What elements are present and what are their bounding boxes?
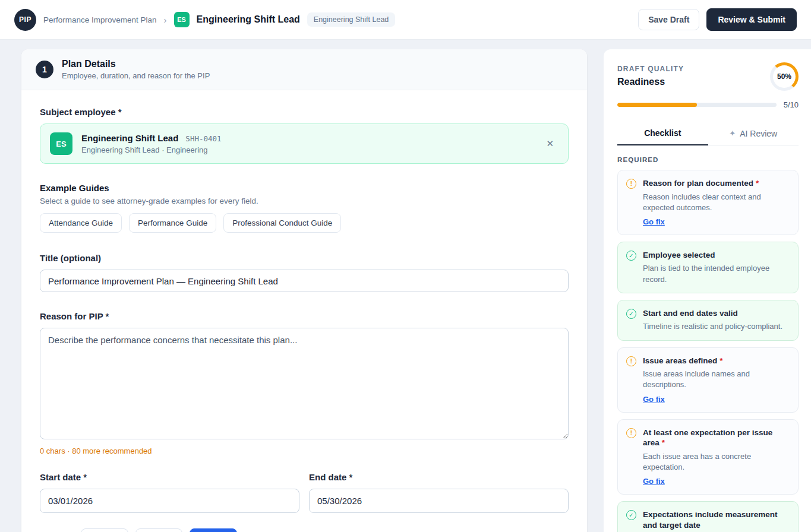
checklist-item-expectations-complete: ✓ Expectations include measurement and t… <box>617 501 799 532</box>
top-bar: PIP Performance Improvement Plan › ES En… <box>0 0 811 40</box>
check-icon: ✓ <box>626 309 636 319</box>
checklist-item-reason-documented: ! Reason for plan documented* Reason inc… <box>617 170 799 235</box>
go-fix-link[interactable]: Go fix <box>643 477 665 486</box>
employee-avatar: ES <box>50 132 72 155</box>
preset-90-days-button[interactable]: 90 days <box>190 528 237 532</box>
checklist-item-title: At least one expectation per issue area* <box>643 428 790 448</box>
readiness-score: 5/10 <box>784 100 799 109</box>
checklist-item-title: Employee selected <box>643 250 790 261</box>
checklist-item-description: Timeline is realistic and policy-complia… <box>643 321 790 332</box>
tab-ai-review[interactable]: ✦ AI Review <box>708 122 799 145</box>
checklist-item-description: Issue areas include names and descriptio… <box>643 369 790 390</box>
sidebar-tabs: Checklist ✦ AI Review <box>617 122 799 145</box>
save-draft-button[interactable]: Save Draft <box>638 9 699 30</box>
checklist-item-expectation-per-issue: ! At least one expectation per issue are… <box>617 419 799 495</box>
breadcrumb[interactable]: Performance Improvement Plan <box>43 15 157 24</box>
go-fix-link[interactable]: Go fix <box>643 217 665 226</box>
guide-button-attendance[interactable]: Attendance Guide <box>40 213 122 233</box>
check-icon: ✓ <box>626 251 636 261</box>
sparkle-icon: ✦ <box>729 129 736 138</box>
char-count-hint: 0 chars · 80 more recommended <box>40 446 569 455</box>
section-subtitle: Employee, duration, and reason for the P… <box>62 71 210 80</box>
employee-name: Engineering Shift Lead <box>81 133 178 143</box>
warning-icon: ! <box>626 428 636 438</box>
readiness-progress-fill <box>617 103 697 107</box>
readiness-label: Readiness <box>617 77 684 87</box>
check-icon: ✓ <box>626 510 636 520</box>
draft-quality-label: DRAFT QUALITY <box>617 65 684 73</box>
checklist-item-description: Reason includes clear context and expect… <box>643 192 790 213</box>
preset-30-days-button[interactable]: 30 days <box>81 528 128 532</box>
checklist-item-description: Plan is tied to the intended employee re… <box>643 263 790 284</box>
example-guides-title: Example Guides <box>40 183 569 193</box>
readiness-ring: 50% <box>770 62 799 91</box>
go-fix-link[interactable]: Go fix <box>643 395 665 404</box>
end-date-label: End date * <box>309 472 569 482</box>
plan-details-header: 1 Plan Details Employee, duration, and r… <box>21 49 587 90</box>
title-field-label: Title (optional) <box>40 253 569 263</box>
selected-employee-card: ES Engineering Shift Lead SHH-0401 Engin… <box>40 124 569 164</box>
guide-button-professional-conduct[interactable]: Professional Conduct Guide <box>223 213 341 233</box>
start-date-label: Start date * <box>40 472 299 482</box>
required-section-label: REQUIRED <box>617 156 799 163</box>
start-date-input[interactable] <box>40 489 299 513</box>
title-input[interactable] <box>40 270 569 292</box>
role-tag-badge: Engineering Shift Lead <box>307 12 395 27</box>
tab-checklist[interactable]: Checklist <box>617 122 708 145</box>
preset-60-days-button[interactable]: 60 days <box>135 528 183 532</box>
warning-icon: ! <box>626 356 636 366</box>
remove-employee-button[interactable]: ✕ <box>541 136 558 151</box>
checklist-item-issue-areas: ! Issue areas defined* Issue areas inclu… <box>617 347 799 413</box>
checklist-item-employee-selected: ✓ Employee selected Plan is tied to the … <box>617 242 799 293</box>
review-submit-button[interactable]: Review & Submit <box>706 8 797 31</box>
tab-ai-review-label: AI Review <box>740 129 777 138</box>
employee-initials-badge: ES <box>174 12 190 27</box>
example-guides-subtitle: Select a guide to see attorney-grade exa… <box>40 197 569 205</box>
checklist-item-description: Each issue area has a concrete expectati… <box>643 451 790 473</box>
employee-meta: Engineering Shift Lead · Engineering <box>81 145 532 154</box>
reason-field-label: Reason for PIP * <box>40 311 569 321</box>
plan-details-card: 1 Plan Details Employee, duration, and r… <box>21 49 587 532</box>
tab-checklist-label: Checklist <box>644 128 681 138</box>
app-logo: PIP <box>14 9 36 31</box>
warning-icon: ! <box>626 179 636 189</box>
quality-sidebar: DRAFT QUALITY Readiness 50% 5/10 Checkli… <box>604 49 811 532</box>
checklist-item-dates-valid: ✓ Start and end dates valid Timeline is … <box>617 300 799 341</box>
page-title: Engineering Shift Lead <box>197 14 300 25</box>
readiness-progress-bar <box>617 103 777 107</box>
guide-button-performance[interactable]: Performance Guide <box>129 213 216 233</box>
checklist-item-title: Start and end dates valid <box>643 308 790 319</box>
checklist-item-title: Issue areas defined* <box>643 356 790 366</box>
employee-code: SHH-0401 <box>185 134 221 143</box>
chevron-right-icon: › <box>164 15 167 25</box>
readiness-percent: 50% <box>770 62 799 91</box>
section-title: Plan Details <box>62 59 210 69</box>
reason-textarea[interactable] <box>40 328 569 439</box>
checklist-item-title: Expectations include measurement and tar… <box>643 509 790 530</box>
subject-employee-label: Subject employee * <box>40 107 569 117</box>
checklist-item-title: Reason for plan documented* <box>643 178 790 189</box>
end-date-input[interactable] <box>309 489 569 513</box>
step-number-badge: 1 <box>36 61 53 78</box>
